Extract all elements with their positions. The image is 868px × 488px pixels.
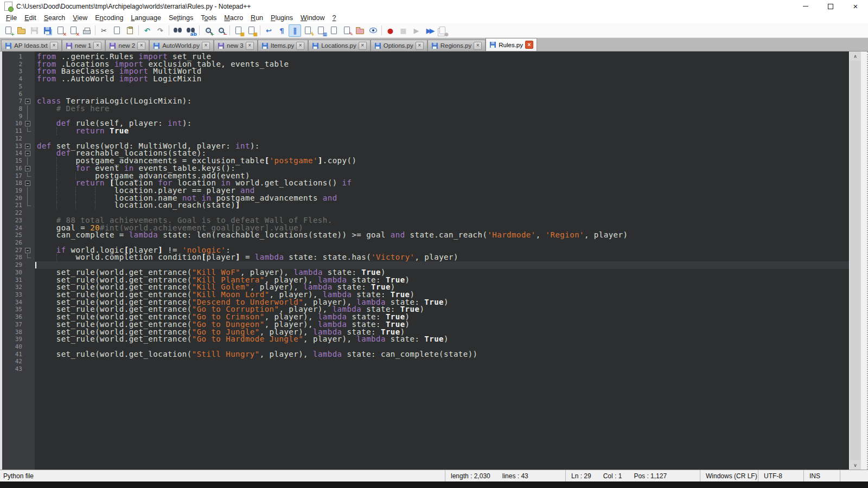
folder-as-workspace-button[interactable] — [354, 24, 366, 37]
macro-record-button[interactable]: ● — [384, 24, 397, 37]
show-all-characters-button[interactable]: ¶ — [276, 24, 288, 37]
tab-options-py[interactable]: Options.py× — [371, 40, 427, 51]
word-wrap-button[interactable]: ↩ — [263, 24, 275, 37]
page-edit-button[interactable]: ✎ — [341, 24, 353, 37]
macro-save-button[interactable]: ● — [436, 24, 449, 37]
line-number: 12 — [2, 135, 22, 143]
close-all-documents-button[interactable]: × — [67, 24, 80, 37]
menu-view[interactable]: View — [69, 13, 91, 23]
tab-close-button[interactable]: × — [93, 42, 101, 50]
monitoring-eye-button[interactable] — [367, 24, 379, 37]
undo-button[interactable]: ↶ — [141, 24, 154, 37]
macro-run-multiple-button[interactable]: ▶▶ — [423, 24, 436, 37]
code-line[interactable]: return True — [35, 127, 849, 135]
tab-rules-py[interactable]: Rules.py× — [486, 38, 537, 51]
sync-horizontal-scrolling-button[interactable]: ■ — [245, 24, 258, 37]
scrollbar-up-arrow[interactable]: ∧ — [850, 52, 861, 61]
tab-locations-py[interactable]: Locations.py× — [308, 40, 371, 51]
code-area[interactable]: from ..generic.Rules import set_rulefrom… — [35, 52, 849, 470]
tab-close-button[interactable]: × — [525, 41, 533, 49]
status-insert-mode[interactable]: INS — [803, 470, 840, 481]
tab-close-button[interactable]: × — [296, 42, 304, 50]
tab-close-button[interactable]: × — [202, 42, 210, 50]
save-all-button[interactable] — [41, 24, 54, 37]
menu-settings[interactable]: Settings — [165, 13, 197, 23]
redo-button[interactable]: ↷ — [154, 24, 167, 37]
tab-close-button[interactable]: × — [137, 42, 145, 50]
restore-button[interactable] — [818, 0, 843, 12]
print-button[interactable] — [80, 24, 93, 37]
tab-new-2[interactable]: new 2× — [105, 40, 149, 51]
menu-macro[interactable]: Macro — [220, 13, 247, 23]
document-list-button[interactable] — [328, 24, 340, 37]
macro-stop-button[interactable]: ■ — [397, 24, 410, 37]
document-map-button[interactable]: ▦ — [315, 24, 327, 37]
tab-new-3[interactable]: new 3× — [214, 40, 258, 51]
code-line[interactable]: can_complete = lambda state: len(reachab… — [35, 232, 849, 239]
fold-margin — [22, 254, 35, 261]
menu-search[interactable]: Search — [40, 13, 69, 23]
code-line[interactable] — [35, 365, 849, 373]
menu-item[interactable]: ? — [329, 13, 340, 23]
tab-close-button[interactable]: × — [50, 42, 58, 50]
copy-button[interactable] — [111, 24, 123, 37]
fold-marker[interactable] — [22, 150, 35, 157]
tab-autoworld-py[interactable]: AutoWorld.py× — [149, 40, 214, 51]
scrollbar-thumb[interactable] — [850, 61, 861, 460]
menu-file[interactable]: File — [2, 13, 21, 23]
code-line[interactable]: from ..AutoWorld import LogicMixin — [35, 75, 849, 83]
close-button[interactable]: × — [843, 0, 868, 12]
close-document-button[interactable]: × — [54, 24, 67, 37]
fold-marker[interactable] — [22, 98, 35, 105]
vertical-scrollbar[interactable]: ∧ ∨ — [849, 52, 861, 470]
fold-marker[interactable] — [22, 165, 35, 172]
open-folder-button[interactable] — [15, 24, 28, 37]
find-button[interactable] — [171, 24, 184, 37]
tab-close-button[interactable]: × — [474, 42, 482, 50]
code-line[interactable]: world.completion_condition[player] = lam… — [35, 254, 849, 261]
zoom-out-button[interactable]: − — [215, 24, 227, 37]
fold-marker[interactable] — [22, 120, 35, 127]
code-line[interactable]: class TerrariaLogic(LogicMixin): — [35, 98, 849, 105]
code-line[interactable]: # Defs here — [35, 105, 849, 113]
menu-run[interactable]: Run — [247, 13, 267, 23]
minimize-button[interactable] — [793, 0, 818, 12]
cut-button[interactable]: ✂ — [98, 24, 110, 37]
tab-ap-ideas-txt[interactable]: AP Ideas.txt× — [1, 40, 62, 51]
menu-tools[interactable]: Tools — [197, 13, 220, 23]
tab-items-py[interactable]: Items.py× — [258, 40, 308, 51]
code-line[interactable]: def rule(self, player: int): — [35, 120, 849, 127]
sync-vertical-scrolling-button[interactable]: ■ — [232, 24, 245, 37]
tab-regions-py[interactable]: Regions.py× — [427, 40, 486, 51]
new-file-button[interactable]: + — [2, 24, 15, 37]
tab-new-1[interactable]: new 1× — [62, 40, 106, 51]
fold-marker[interactable] — [22, 247, 35, 254]
fold-marker[interactable] — [22, 143, 35, 150]
code-line[interactable]: location.can_reach(state)] — [35, 202, 849, 209]
zoom-in-button[interactable]: + — [202, 24, 214, 37]
save-button[interactable] — [28, 24, 41, 37]
menu-language[interactable]: Language — [127, 13, 165, 23]
menu-plugins[interactable]: Plugins — [267, 13, 297, 23]
status-encoding[interactable]: UTF-8 — [758, 470, 803, 481]
replace-button[interactable]: ab — [184, 24, 197, 37]
menu-window[interactable]: Window — [297, 13, 328, 23]
function-list-button[interactable]: ϟ — [302, 24, 314, 37]
paste-button[interactable] — [124, 24, 136, 37]
code-line[interactable]: set_rule(world.get_location("Still Hungr… — [35, 351, 849, 358]
show-indent-guide-button[interactable]: ∥ — [289, 24, 301, 37]
code-line[interactable] — [35, 358, 849, 365]
tab-close-button[interactable]: × — [359, 42, 367, 50]
menu-encoding[interactable]: Encoding — [91, 13, 127, 23]
status-eol-format[interactable]: Windows (CR LF) — [700, 470, 758, 481]
scrollbar-down-arrow[interactable]: ∨ — [850, 460, 861, 470]
tab-close-button[interactable]: × — [416, 42, 424, 50]
fold-marker[interactable] — [22, 179, 35, 187]
line-number: 22 — [2, 209, 22, 217]
tab-close-button[interactable]: × — [246, 42, 254, 50]
code-line[interactable] — [35, 83, 849, 91]
code-line[interactable]: set_rule(world.get_entrance("Go to Hardm… — [35, 336, 849, 343]
macro-play-button[interactable]: ▶ — [410, 24, 423, 37]
menu-edit[interactable]: Edit — [21, 13, 40, 23]
status-column: Col : 1 — [603, 472, 622, 480]
